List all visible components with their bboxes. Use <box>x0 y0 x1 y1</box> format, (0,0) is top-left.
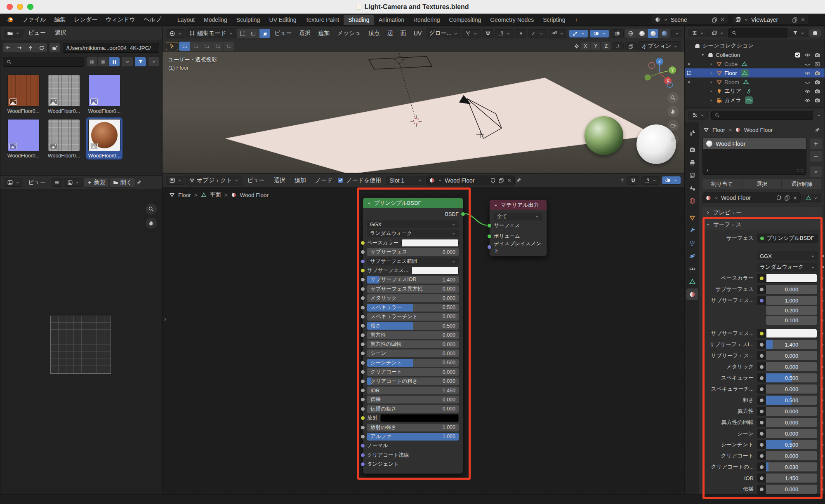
viewlayer-selector[interactable]: ViewLayer <box>732 15 808 25</box>
file-tile[interactable]: WoodFloor0... <box>46 73 82 115</box>
mirror-icon[interactable] <box>573 43 580 49</box>
collapse-node-icon[interactable] <box>493 203 498 208</box>
workspace-tab-geometry-nodes[interactable]: Geometry Nodes <box>486 15 538 25</box>
transform-orientation-dropdown[interactable]: グロー... <box>426 28 461 38</box>
image-pin-toggle[interactable] <box>51 178 63 187</box>
properties-tab-material[interactable] <box>686 288 698 300</box>
panel-grip[interactable]: :::: <box>812 210 818 215</box>
image-editor-menu-view[interactable]: ビュー <box>24 176 50 189</box>
input-socket-gray[interactable] <box>361 305 365 310</box>
shading-solid-button[interactable] <box>636 29 647 38</box>
animate-dot[interactable] <box>821 388 823 390</box>
color-swatch[interactable] <box>411 267 459 274</box>
display-mode-thumbnails[interactable] <box>109 57 120 66</box>
properties-tab-physics[interactable] <box>686 250 698 262</box>
viewport-menu-4[interactable]: 頂点 <box>365 26 383 40</box>
animate-dot[interactable] <box>821 300 823 302</box>
value-slider[interactable]: 0.000 <box>766 285 817 294</box>
pan-hand-gizmo[interactable] <box>667 106 679 117</box>
animate-dot[interactable] <box>821 309 823 312</box>
node-value-slider[interactable]: スペキュラーチント0.000 <box>367 313 459 321</box>
value-slider[interactable]: 0.500 <box>766 396 817 405</box>
file-tile[interactable]: WoodFloor0... <box>5 73 42 115</box>
display-size-dropdown[interactable] <box>122 57 133 66</box>
disclosure-triangle[interactable] <box>709 98 714 103</box>
xray-toggle[interactable] <box>611 29 624 38</box>
topbar-menu-1[interactable]: 編集 <box>50 14 70 26</box>
properties-tab-object[interactable] <box>686 212 698 223</box>
properties-tab-view-layer[interactable] <box>686 169 698 181</box>
animate-dot[interactable] <box>821 366 823 368</box>
animate-dot[interactable] <box>822 255 824 257</box>
node-value-slider[interactable]: 放射の強さ1.000 <box>367 424 459 431</box>
editor-type-button[interactable] <box>166 29 185 38</box>
node-editor-menu-2[interactable]: 追加 <box>290 173 310 187</box>
properties-tab-modifiers[interactable] <box>686 225 698 236</box>
select-mode-edge[interactable] <box>248 29 259 38</box>
viewport-menu-7[interactable]: UV <box>410 26 425 40</box>
node-value-slider[interactable]: サブサーフェスIOR1.400 <box>367 276 459 284</box>
fake-user-icon[interactable] <box>776 195 782 201</box>
node-value-slider[interactable]: 異方性の回転0.000 <box>367 340 459 348</box>
animate-dot[interactable] <box>821 288 823 291</box>
value-slider[interactable]: 0.500 <box>766 440 817 449</box>
value-slider[interactable]: 0.000 <box>766 485 817 494</box>
new-datablock-icon[interactable] <box>712 17 717 23</box>
value-slider[interactable]: 1.450 <box>766 474 817 483</box>
input-socket-yellow[interactable] <box>361 268 365 273</box>
node-header[interactable]: プリンシプルBSDF <box>363 198 463 208</box>
value-slider[interactable]: 0.000 <box>766 362 817 371</box>
scene-selector[interactable]: Scene <box>652 15 728 25</box>
workspace-tab-compositing[interactable]: Compositing <box>445 15 486 25</box>
outliner-row-Collection[interactable]: Collection <box>685 50 825 59</box>
file-tile[interactable]: WoodFloor0... <box>46 117 82 159</box>
new-material-icon[interactable] <box>498 178 504 183</box>
node-value-slider[interactable]: 伝播の粗さ0.000 <box>367 405 459 413</box>
animate-dot[interactable] <box>821 319 823 321</box>
animate-dot[interactable] <box>821 344 823 346</box>
input-socket-gray[interactable] <box>361 314 365 319</box>
input-socket-gray[interactable] <box>361 351 365 356</box>
proportional-size-toggle[interactable] <box>625 42 637 50</box>
node-value-slider[interactable]: クリアコート0.000 <box>367 368 459 376</box>
animate-dot[interactable] <box>821 399 823 401</box>
checkbox-icon[interactable] <box>794 52 801 58</box>
viewport-menu-2[interactable]: 追加 <box>315 26 333 40</box>
workspace-tab-modeling[interactable]: Modeling <box>199 15 232 25</box>
input-socket-gray[interactable] <box>361 370 365 374</box>
properties-tab-render[interactable] <box>686 144 698 155</box>
property-dropdown[interactable]: ランダムウォーク <box>757 263 818 272</box>
file-browser-menu-0[interactable]: ビュー <box>24 26 50 40</box>
unlink-icon[interactable] <box>720 17 725 22</box>
image-datablock-button[interactable] <box>64 178 83 187</box>
value-field[interactable]: 1.000 <box>766 296 817 305</box>
input-socket-purple[interactable] <box>361 453 365 457</box>
outliner-row-Floor[interactable]: Floor <box>685 68 825 77</box>
node-value-slider[interactable]: シーンチント0.500 <box>367 359 459 367</box>
topbar-menu-4[interactable]: ヘルプ <box>139 14 165 26</box>
snap-toggle[interactable] <box>482 29 494 38</box>
eye-closed-icon[interactable] <box>804 79 811 85</box>
animate-dot[interactable] <box>821 422 823 424</box>
mirror-axis-y[interactable]: Y <box>591 42 600 50</box>
editor-type-button[interactable] <box>166 176 185 185</box>
chevron-down-icon[interactable] <box>816 113 821 118</box>
eye-closed-icon[interactable] <box>804 61 811 67</box>
input-socket-purple[interactable] <box>361 259 365 264</box>
workspace-tab-texture-paint[interactable]: Texture Paint <box>301 15 344 25</box>
disclosure-triangle[interactable] <box>709 80 714 84</box>
node-dropdown[interactable]: ランダムウォーク <box>367 230 459 237</box>
disclosure-triangle[interactable] <box>700 53 705 57</box>
input-socket-gray[interactable] <box>361 407 365 411</box>
new-collection-button[interactable] <box>809 29 821 37</box>
animate-dot[interactable] <box>821 355 823 357</box>
value-slider[interactable]: 0.000 <box>766 351 817 360</box>
socket-gray[interactable] <box>759 376 764 380</box>
workspace-tab-sculpting[interactable]: Sculpting <box>232 15 265 25</box>
property-dropdown[interactable]: GGX <box>757 251 818 260</box>
file-tile[interactable]: WoodFloor0... <box>5 117 42 159</box>
socket-gray[interactable] <box>759 387 764 391</box>
surface-panel-header[interactable]: サーフェス:::: <box>702 219 822 230</box>
properties-tab-scene[interactable] <box>686 182 698 194</box>
input-socket-gray[interactable] <box>361 277 365 282</box>
